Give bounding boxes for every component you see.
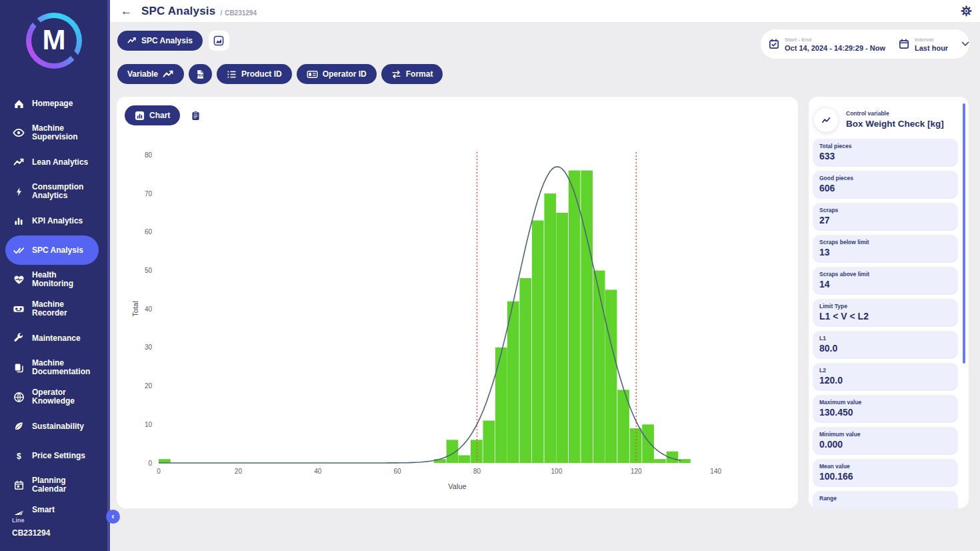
sidebar-item-health-monitoring[interactable]: Health Monitoring <box>5 265 99 294</box>
filter-pdf-button[interactable]: PDF <box>189 64 212 84</box>
top-header: ← SPC Analysis /CB231294 <box>110 0 980 22</box>
sidebar-item-label: Consumption Analytics <box>32 183 96 200</box>
filter-format-button[interactable]: Format <box>381 64 443 84</box>
start-end-label: Start - End <box>785 37 885 43</box>
stat-value: 80.0 <box>819 343 951 354</box>
sidebar-item-price-settings[interactable]: $Price Settings <box>5 441 99 470</box>
sidebar-item-homepage[interactable]: Homepage <box>5 89 99 118</box>
svg-text:70: 70 <box>145 190 153 197</box>
sidebar-item-sustainability[interactable]: Sustainability <box>5 412 99 441</box>
interval-value: Last hour <box>915 44 948 52</box>
svg-text:Value: Value <box>448 482 466 490</box>
svg-text:0: 0 <box>148 460 152 467</box>
tab-spc-analysis[interactable]: SPC Analysis <box>117 31 203 51</box>
stat-label: Limit Type <box>819 303 951 310</box>
sidebar-item-label: Health Monitoring <box>32 271 96 288</box>
stat-label: Scraps below limit <box>819 239 951 245</box>
bar-chart-icon <box>135 111 145 121</box>
svg-text:10: 10 <box>145 421 153 428</box>
stat-row-l2: L2120.0 <box>813 363 958 391</box>
double-check-icon <box>13 244 25 256</box>
stat-label: Mean value <box>819 463 951 470</box>
globe-icon <box>13 391 25 403</box>
breadcrumb: /CB231294 <box>220 9 257 17</box>
page-title: SPC Analysis <box>141 5 215 18</box>
tab-spc-analysis-label: SPC Analysis <box>141 36 193 45</box>
sidebar-item-machine-documentation[interactable]: Machine Documentation <box>5 353 99 382</box>
filter-product-id-button[interactable]: Product ID <box>217 64 292 84</box>
svg-text:60: 60 <box>145 228 153 235</box>
svg-text:Total: Total <box>131 301 139 316</box>
stat-row-range: Range <box>813 491 958 508</box>
chart-view-button[interactable]: Chart <box>125 105 180 125</box>
sidebar-item-maintenance[interactable]: Maintenance <box>5 324 99 353</box>
stat-row-scraps: Scraps27 <box>813 203 958 231</box>
stat-label: Total pieces <box>819 143 951 149</box>
sidebar-collapse-button[interactable]: ‹ <box>106 510 120 524</box>
chart-view-label: Chart <box>149 111 170 120</box>
trend-icon <box>127 36 137 45</box>
interval-picker[interactable]: Interval Last hour <box>899 37 969 52</box>
stat-value: L1 < V < L2 <box>819 311 951 322</box>
stat-value: 0.000 <box>819 439 951 450</box>
spc-analysis-page: { "header": { "back_glyph": "←", "title"… <box>0 0 980 551</box>
svg-text:20: 20 <box>235 468 243 475</box>
trend-icon <box>163 69 174 80</box>
stat-label: Minimum value <box>819 431 951 438</box>
sidebar-item-label: Homepage <box>32 99 73 108</box>
breadcrumb-record-id: CB231294 <box>225 9 257 17</box>
gear-icon[interactable] <box>961 5 972 17</box>
sidebar-item-machine-recorder[interactable]: Machine Recorder <box>5 294 99 324</box>
sidebar-item-spc-analysis[interactable]: SPC Analysis <box>5 235 99 265</box>
clipboard-icon[interactable] <box>191 110 201 121</box>
stat-row-maximum-value: Maximum value130.450 <box>813 395 958 423</box>
chevron-down-icon[interactable] <box>961 41 969 47</box>
chart-card: Chart 0204060801001201400102030405060708… <box>117 97 798 508</box>
filter-variable-button[interactable]: Variable <box>117 64 184 84</box>
filter-label: Product ID <box>241 69 282 79</box>
sidebar-item-consumption-analytics[interactable]: Consumption Analytics <box>5 177 99 206</box>
stat-label: Good pieces <box>819 175 951 181</box>
sidebar-item-kpi-analytics[interactable]: KPI Analytics <box>5 206 99 235</box>
trend-icon <box>13 156 25 168</box>
stat-row-scraps-below-limit: Scraps below limit13 <box>813 235 958 263</box>
bolt-icon <box>13 185 25 197</box>
svg-text:40: 40 <box>314 468 322 475</box>
control-variable-panel: Control variable Box Weight Check [kg] T… <box>809 97 969 508</box>
sidebar-item-operator-knowledge[interactable]: Operator Knowledge <box>5 382 99 412</box>
filter-operator-id-button[interactable]: Operator ID <box>297 64 377 84</box>
stat-row-mean-value: Mean value100.166 <box>813 459 958 487</box>
stat-label: Maximum value <box>819 399 951 406</box>
sidebar-scrollbar[interactable] <box>107 0 110 551</box>
date-range-picker[interactable]: Start - End Oct 14, 2024 - 14:29:29 - No… <box>769 37 885 52</box>
sidebar-item-label: SPC Analysis <box>32 246 83 255</box>
stat-value: 633 <box>819 151 951 161</box>
stat-label: Scraps <box>819 207 951 213</box>
sidebar-item-label: Operator Knowledge <box>32 388 96 406</box>
swap-horizontal-icon <box>391 69 401 79</box>
sidebar-item-lean-analytics[interactable]: Lean Analytics <box>5 147 99 177</box>
svg-text:140: 140 <box>710 468 721 475</box>
tab-area-chart-button[interactable] <box>209 31 229 51</box>
control-variable-icon <box>814 108 838 132</box>
sidebar-footer: Line CB231294 <box>0 515 107 551</box>
svg-text:80: 80 <box>473 468 481 475</box>
control-variable-label: Control variable <box>846 110 944 117</box>
sidebar-item-planning-calendar[interactable]: Planning Calendar <box>5 470 99 500</box>
stat-row-scraps-above-limit: Scraps above limit14 <box>813 267 958 295</box>
svg-text:PDF: PDF <box>197 73 203 77</box>
stat-value: 130.450 <box>819 407 951 418</box>
panel-scrollbar[interactable] <box>963 103 965 364</box>
filter-row: VariablePDFProduct IDOperator IDFormat <box>117 64 443 84</box>
stat-row-l1: L180.0 <box>813 331 958 359</box>
sidebar: M HomepageMachine SupervisionLean Analyt… <box>0 0 110 551</box>
sidebar-item-label: Machine Recorder <box>32 300 96 318</box>
filter-label: Operator ID <box>323 69 367 79</box>
sidebar-item-label: Planning Calendar <box>32 476 96 494</box>
svg-text:$: $ <box>17 451 21 460</box>
stat-value: 13 <box>819 247 951 257</box>
sidebar-item-label: Machine Documentation <box>32 359 96 376</box>
svg-text:120: 120 <box>631 468 642 475</box>
sidebar-item-machine-supervision[interactable]: Machine Supervision <box>5 118 99 147</box>
back-arrow-icon[interactable]: ← <box>121 5 132 18</box>
